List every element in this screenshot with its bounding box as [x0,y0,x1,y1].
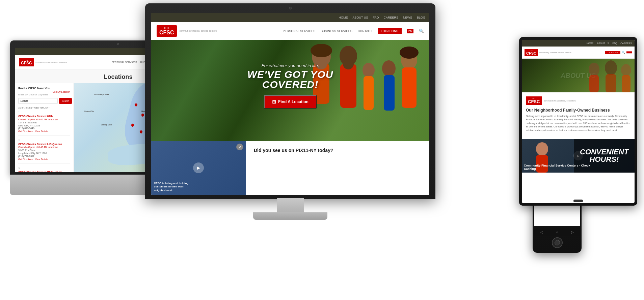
logo-tagline: community financial service centers [35,61,67,63]
svg-point-18 [621,64,631,76]
phone-nav-bar: ◁ ○ ▷ [534,228,580,236]
tablet-hero-people [581,59,635,92]
monitor-logo-name: CFSC [159,30,174,36]
monitor-header: :::: CFSC community financial service ce… [151,22,429,40]
monitor-nav-personal[interactable]: PERSONAL SERVICES [283,29,316,33]
tablet-nav-careers[interactable]: CAREERS [620,42,632,44]
monitor-nav-business[interactable]: BUSINESS SERVICES [321,29,352,33]
monitor-logo-box: :::: CFSC [157,25,177,37]
view-details-link[interactable]: View Details [35,158,48,160]
monitor-language-flag[interactable]: EN [407,29,413,33]
monitor-main-nav: PERSONAL SERVICES BUSINESS SERVICES CONT… [283,28,424,34]
desktop-monitor: HOME ABOUT US FAQ CAREERS NEWS BLOG ::::… [145,3,435,226]
find-location-grid-icon: ⊞ [272,99,276,104]
video-caption: CFSC is hiring and helping customers in … [154,182,201,192]
monitor-nav-careers[interactable]: CAREERS [383,16,398,19]
location-status: Closed – Opens at 8:45 AM tomorrow [18,118,70,121]
monitor-logo-tagline: community financial service centers [180,30,217,32]
monitor-nav-blog[interactable]: BLOG [417,16,425,19]
tablet-about-logo-tagline: community financial service centers [544,100,576,102]
tablet-nav-faq[interactable]: FAQ [612,42,617,44]
monitor-locations-btn[interactable]: LOCATIONS [378,28,402,34]
monitor-nav-news[interactable]: NEWS [403,16,412,19]
laptop-sidebar: Find a CFSC Near You Enter ZIP Code or C… [15,83,74,172]
video-play-button[interactable]: ▶ [193,162,204,173]
tablet-header: :::: CFSC community financial service ce… [522,47,635,59]
svg-rect-19 [622,75,630,92]
monitor-news-section: ▶ CFSC is hiring and helping customers i… [151,141,429,195]
tablet-about-section: :::: CFSC community financial service ce… [522,92,635,139]
news-text-area: Did you see us on PIX11-NY today? [246,141,429,195]
svg-rect-8 [364,76,374,110]
find-location-button[interactable]: ⊞ Find A Location [264,95,317,109]
tablet-top-nav: HOME ABOUT US FAQ CAREERS [586,42,632,44]
list-item: 3 CFSC Checks Cashed Willoughby Open – C… [18,167,70,172]
zip-input[interactable] [18,98,58,104]
location-name[interactable]: CFSC Checks Cashed 87th [18,115,70,118]
tablet-home-button[interactable] [573,200,583,202]
monitor-search-icon[interactable]: 🔍 [419,29,424,33]
news-video[interactable]: ▶ CFSC is hiring and helping customers i… [151,141,246,195]
location-name[interactable]: CFSC Checks Cashed Willoughby [18,171,70,172]
list-item: 2 CFSC Checks Cashed LIC Queens Closed –… [18,139,70,163]
tablet-about-logo-name: CFSC [528,99,540,104]
tablet-about-title: Our Neighborhood Family-Owned Business [526,108,630,113]
location-number: 1 [18,111,70,114]
tablet-logo-box: :::: CFSC [525,49,538,56]
location-name[interactable]: CFSC Checks Cashed LIC Queens [18,143,70,146]
hero-overlay: For whatever you need in life, WE'VE GOT… [221,63,360,109]
search-row: Search [18,98,70,104]
phone-home-icon[interactable]: ○ [556,230,558,234]
tablet-hamburger-menu[interactable] [626,51,632,54]
svg-point-14 [589,63,599,76]
laptop-camera [117,43,119,45]
tablet-screen: HOME ABOUT US FAQ CAREERS :::: CFSC comm… [522,40,635,203]
monitor-hero: For whatever you need in life, WE'VE GOT… [151,40,429,141]
find-sub-label: Enter ZIP Code or City/State [18,93,48,96]
find-location-label: Find A Location [278,99,308,104]
svg-point-20 [536,142,548,156]
phone-home-inner [555,240,560,245]
tablet-about-logo-box: :::: CFSC [526,96,542,105]
share-icon[interactable]: ↗ [236,144,243,150]
phone-back-icon[interactable]: ◁ [540,230,543,234]
monitor-nav-faq[interactable]: FAQ [373,16,379,19]
svg-rect-10 [384,75,395,111]
location-links: Get Directions View Details [18,130,70,132]
location-number: 3 [18,167,70,170]
location-address: 31-88 21st Street [18,149,70,152]
tablet-search-icon[interactable]: 🔍 [622,51,625,54]
monitor-nav-about[interactable]: ABOUT US [353,16,368,19]
view-details-link[interactable]: View Details [35,130,48,132]
svg-point-16 [605,60,617,75]
tablet-locations-btn[interactable]: LOCATIONS [605,51,620,54]
get-directions-link[interactable]: Get Directions [18,130,33,132]
monitor-camera [289,7,292,9]
map-label-jerseycity: Jersey City [101,124,112,126]
tablet-body: HOME ABOUT US FAQ CAREERS :::: CFSC comm… [519,37,637,206]
tablet-hero: About Us [522,59,635,92]
phone-recent-icon[interactable]: ▷ [571,230,574,234]
location-number: 2 [18,139,70,142]
monitor-top-bar: HOME ABOUT US FAQ CAREERS NEWS BLOG [151,13,429,22]
tablet-nav-about[interactable]: ABOUT US [597,42,609,44]
search-button[interactable]: Search [59,98,72,104]
monitor-nav-home[interactable]: HOME [339,16,348,19]
location-phone: (718) 777-0312 [18,155,70,157]
monitor-nav-contact[interactable]: CONTACT [358,29,372,33]
monitor-screen: HOME ABOUT US FAQ CAREERS NEWS BLOG ::::… [151,13,429,195]
tablet-top-bar: HOME ABOUT US FAQ CAREERS [522,40,635,47]
location-city: New York, NY 10028 [18,124,70,127]
map-label-unioncity: Union City [84,110,94,112]
laptop-main-personal[interactable]: PERSONAL SERVICES [112,61,137,63]
get-directions-link[interactable]: Get Directions [18,158,33,160]
use-my-location-link[interactable]: Use My Location [53,91,70,93]
tablet-logo-area: :::: CFSC community financial service ce… [525,49,571,56]
logo-name: CFSC [21,61,32,65]
tablet-nav-home[interactable]: HOME [586,42,593,44]
svg-point-12 [400,47,419,59]
phone-home-button[interactable] [552,237,563,248]
svg-rect-17 [606,74,616,92]
news-video-wrapper: ▶ CFSC is hiring and helping customers i… [151,141,246,195]
location-phone: (212) 876-5040 [18,127,70,129]
